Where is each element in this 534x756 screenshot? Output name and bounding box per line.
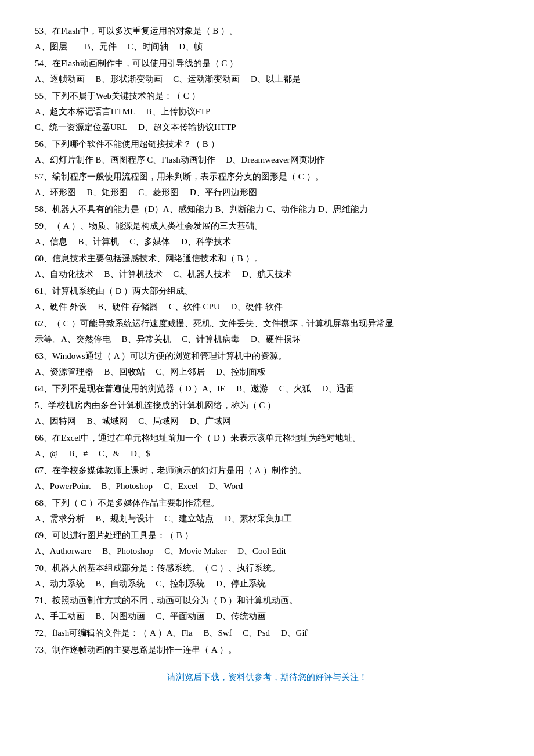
q63: 63、Windows通过（ A ）可以方便的浏览和管理计算机中的资源。 A、资源… xyxy=(35,348,499,380)
q62: 62、（ C ）可能导致系统运行速度减慢、死机、文件丢失、文件损坏，计算机屏幕出… xyxy=(35,316,499,347)
q72: 72、flash可编辑的文件是：（ A ）A、Fla B、Swf C、Psd D… xyxy=(35,625,499,641)
q56: 56、下列哪个软件不能使用超链接技术？（ B ） A、幻灯片制作 B、画图程序 … xyxy=(35,136,499,168)
q55-options1: A、超文本标记语言HTML B、上传协议FTP xyxy=(35,104,499,120)
q59-text: 59、（ A ）、物质、能源是构成人类社会发展的三大基础。 xyxy=(35,218,499,234)
q66-text: 66、在Excel中，通过在单元格地址前加一个（ D ）来表示该单元格地址为绝对… xyxy=(35,430,499,446)
q53: 53、在Flash中，可以多次重复运用的对象是（ B ）。 A、图层 B、元件 … xyxy=(35,23,499,55)
q55: 55、下列不属于Web关键技术的是：（ C ） A、超文本标记语言HTML B、… xyxy=(35,88,499,135)
q71-text: 71、按照动画制作方式的不同，动画可以分为（ D ）和计算机动画。 xyxy=(35,593,499,609)
q73: 73、制作逐帧动画的主要思路是制作一连串（ A ）。 xyxy=(35,642,499,658)
q68: 68、下列（ C ）不是多媒体作品主要制作流程。 A、需求分析 B、规划与设计 … xyxy=(35,495,499,527)
q64-text: 64、下列不是现在普遍使用的浏览器（ D ）A、IE B、遨游 C、火狐 D、迅… xyxy=(35,381,499,397)
q61-text: 61、计算机系统由（ D ）两大部分组成。 xyxy=(35,283,499,299)
q65-text: 5、学校机房内由多台计算机连接成的计算机网络，称为（ C ） xyxy=(35,398,499,413)
q56-text: 56、下列哪个软件不能使用超链接技术？（ B ） xyxy=(35,136,499,152)
q53-text: 53、在Flash中，可以多次重复运用的对象是（ B ）。 xyxy=(35,23,499,39)
q67: 67、在学校多媒体教师上课时，老师演示的幻灯片是用（ A ）制作的。 A、Pow… xyxy=(35,463,499,494)
q69: 69、可以进行图片处理的工具是：（ B ） A、Authorware B、Pho… xyxy=(35,528,499,559)
q54-text: 54、在Flash动画制作中，可以使用引导线的是（ C ） xyxy=(35,56,499,71)
q65-options: A、因特网 B、城域网 C、局域网 D、广域网 xyxy=(35,413,499,429)
q59-options: A、信息 B、计算机 C、多媒体 D、科学技术 xyxy=(35,234,499,250)
q66: 66、在Excel中，通过在单元格地址前加一个（ D ）来表示该单元格地址为绝对… xyxy=(35,430,499,462)
q65: 5、学校机房内由多台计算机连接成的计算机网络，称为（ C ） A、因特网 B、城… xyxy=(35,398,499,429)
q58: 58、机器人不具有的能力是（D）A、感知能力 B、判断能力 C、动作能力 D、思… xyxy=(35,201,499,217)
q61: 61、计算机系统由（ D ）两大部分组成。 A、硬件 外设 B、硬件 存储器 C… xyxy=(35,283,499,315)
q59: 59、（ A ）、物质、能源是构成人类社会发展的三大基础。 A、信息 B、计算机… xyxy=(35,218,499,250)
q62-options: 示等。A、突然停电 B、异常关机 C、计算机病毒 D、硬件损坏 xyxy=(35,332,499,347)
q64: 64、下列不是现在普遍使用的浏览器（ D ）A、IE B、遨游 C、火狐 D、迅… xyxy=(35,381,499,397)
q71: 71、按照动画制作方式的不同，动画可以分为（ D ）和计算机动画。 A、手工动画… xyxy=(35,593,499,624)
q70-text: 70、机器人的基本组成部分是：传感系统、（ C ）、执行系统。 xyxy=(35,560,499,576)
q73-text: 73、制作逐帧动画的主要思路是制作一连串（ A ）。 xyxy=(35,642,499,658)
q57: 57、编制程序一般使用流程图，用来判断，表示程序分支的图形是（ C ）。 A、环… xyxy=(35,169,499,200)
q60-text: 60、信息技术主要包括遥感技术、网络通信技术和（ B ）。 xyxy=(35,251,499,267)
q68-options: A、需求分析 B、规划与设计 C、建立站点 D、素材采集加工 xyxy=(35,511,499,527)
q54: 54、在Flash动画制作中，可以使用引导线的是（ C ） A、逐帧动画 B、形… xyxy=(35,56,499,87)
q56-options: A、幻灯片制作 B、画图程序 C、Flash动画制作 D、Dreamweaver… xyxy=(35,152,499,168)
q61-options: A、硬件 外设 B、硬件 存储器 C、软件 CPU D、硬件 软件 xyxy=(35,299,499,315)
q60-options: A、自动化技术 B、计算机技术 C、机器人技术 D、航天技术 xyxy=(35,267,499,282)
q54-options: A、逐帧动画 B、形状渐变动画 C、运动渐变动画 D、以上都是 xyxy=(35,71,499,87)
q57-text: 57、编制程序一般使用流程图，用来判断，表示程序分支的图形是（ C ）。 xyxy=(35,169,499,185)
q68-text: 68、下列（ C ）不是多媒体作品主要制作流程。 xyxy=(35,495,499,511)
q66-options: A、@ B、# C、& D、$ xyxy=(35,446,499,462)
q67-text: 67、在学校多媒体教师上课时，老师演示的幻灯片是用（ A ）制作的。 xyxy=(35,463,499,478)
q63-text: 63、Windows通过（ A ）可以方便的浏览和管理计算机中的资源。 xyxy=(35,348,499,364)
q58-text: 58、机器人不具有的能力是（D）A、感知能力 B、判断能力 C、动作能力 D、思… xyxy=(35,201,499,217)
q53-options: A、图层 B、元件 C、时间轴 D、帧 xyxy=(35,39,499,55)
q71-options: A、手工动画 B、闪图动画 C、平面动画 D、传统动画 xyxy=(35,609,499,624)
q67-options: A、PowerPoint B、Photoshop C、Excel D、Word xyxy=(35,478,499,494)
footer-note: 请浏览后下载，资料供参考，期待您的好评与关注！ xyxy=(35,669,499,685)
q69-text: 69、可以进行图片处理的工具是：（ B ） xyxy=(35,528,499,543)
q70: 70、机器人的基本组成部分是：传感系统、（ C ）、执行系统。 A、动力系统 B… xyxy=(35,560,499,592)
q63-options: A、资源管理器 B、回收站 C、网上邻居 D、控制面板 xyxy=(35,364,499,380)
q72-text: 72、flash可编辑的文件是：（ A ）A、Fla B、Swf C、Psd D… xyxy=(35,625,499,641)
q57-options: A、环形图 B、矩形图 C、菱形图 D、平行四边形图 xyxy=(35,185,499,200)
main-content: 53、在Flash中，可以多次重复运用的对象是（ B ）。 A、图层 B、元件 … xyxy=(35,23,499,685)
q60: 60、信息技术主要包括遥感技术、网络通信技术和（ B ）。 A、自动化技术 B、… xyxy=(35,251,499,282)
q69-options: A、Authorware B、Photoshop C、Movie Maker D… xyxy=(35,543,499,559)
q62-text: 62、（ C ）可能导致系统运行速度减慢、死机、文件丢失、文件损坏，计算机屏幕出… xyxy=(35,316,499,332)
q70-options: A、动力系统 B、自动系统 C、控制系统 D、停止系统 xyxy=(35,576,499,592)
q55-text: 55、下列不属于Web关键技术的是：（ C ） xyxy=(35,88,499,104)
q55-options2: C、统一资源定位器URL D、超文本传输协议HTTP xyxy=(35,120,499,135)
